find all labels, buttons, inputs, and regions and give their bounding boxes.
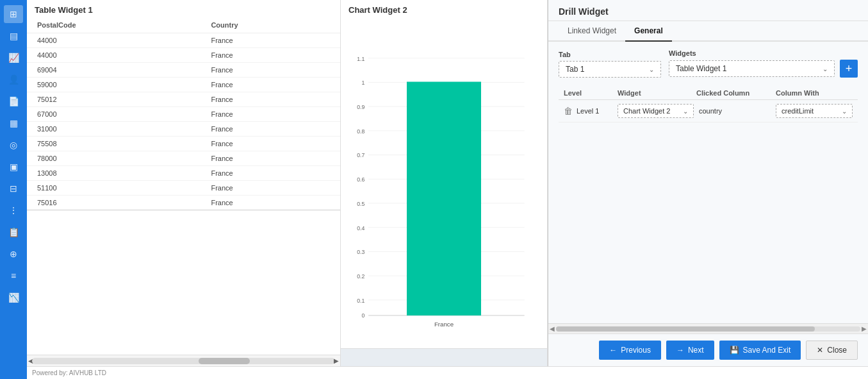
table-row: 78000France xyxy=(27,151,340,166)
scroll-left-btn[interactable]: ◀ xyxy=(550,325,555,332)
scroll-track xyxy=(32,358,335,364)
scroll-right-arrow[interactable]: ▶ xyxy=(334,357,339,364)
cell-country: France xyxy=(201,181,340,196)
table-container[interactable]: PostalCode Country 44000France44000Franc… xyxy=(27,17,340,355)
sidebar-icon-charts[interactable]: ▤ xyxy=(4,27,23,45)
save-icon: 💾 xyxy=(730,346,739,355)
save-label: Save And Exit xyxy=(743,346,791,355)
svg-text:0.7: 0.7 xyxy=(357,152,364,158)
drill-table-row: 🗑 Level 1 Chart Widget 2 ⌄ country credi… xyxy=(559,100,858,122)
chart-svg-wrapper: 1.1 1 0.9 0.8 0.7 0.6 0.5 0.4 0.3 0.2 0.… xyxy=(351,22,537,346)
sidebar-icon-analytics[interactable]: 📈 xyxy=(4,49,23,67)
table-row: 75508France xyxy=(27,137,340,151)
drill-tabs: Linked Widget General xyxy=(548,21,868,42)
cell-postal: 75012 xyxy=(27,92,201,107)
cell-postal: 31000 xyxy=(27,122,201,137)
widgets-area: Table Widget 1 PostalCode Country 44000F… xyxy=(27,0,868,366)
sidebar-icon-barchart[interactable]: 📉 xyxy=(4,289,23,307)
tab-config-group: Tab Tab 1 ⌄ xyxy=(559,51,661,78)
next-button[interactable]: → Next xyxy=(666,341,714,360)
scroll-thumb-h[interactable] xyxy=(556,326,815,332)
svg-text:0.9: 0.9 xyxy=(357,104,364,110)
cell-country: France xyxy=(201,33,340,48)
table-row: 59000France xyxy=(27,78,340,92)
sidebar-icon-monitor[interactable]: ▣ xyxy=(4,158,23,176)
cell-postal: 44000 xyxy=(27,48,201,63)
tab-general[interactable]: General xyxy=(625,21,672,42)
sidebar-icon-report[interactable]: 📋 xyxy=(4,223,23,241)
powered-by-text: Powered by: AIVHUB LTD xyxy=(32,369,106,376)
sidebar-icon-home[interactable]: ⊞ xyxy=(4,5,23,23)
scroll-track-h xyxy=(556,326,860,332)
table-row: 13008France xyxy=(27,166,340,181)
delete-row-button[interactable]: 🗑 xyxy=(564,106,573,116)
cell-country: France xyxy=(201,63,340,78)
table-row: 69004France xyxy=(27,63,340,78)
add-button[interactable]: + xyxy=(840,60,858,78)
close-button[interactable]: ✕ Close xyxy=(806,341,858,360)
cell-postal: 59000 xyxy=(27,78,201,92)
drill-widget-header: Drill Widget xyxy=(548,0,868,21)
svg-text:0.6: 0.6 xyxy=(357,176,364,183)
drill-table-header: Level Widget Clicked Column Column With xyxy=(559,87,858,100)
scroll-right-btn[interactable]: ▶ xyxy=(862,325,867,332)
table-row: 44000France xyxy=(27,48,340,63)
cell-postal: 13008 xyxy=(27,166,201,181)
widget-select[interactable]: Table Widget 1 ⌄ xyxy=(669,60,835,77)
cell-country: France xyxy=(201,166,340,181)
cell-country: France xyxy=(201,78,340,92)
chart-svg: 1.1 1 0.9 0.8 0.7 0.6 0.5 0.4 0.3 0.2 0.… xyxy=(351,22,537,346)
next-label: Next xyxy=(688,346,704,355)
cell-postal: 51100 xyxy=(27,181,201,196)
next-arrow-icon: → xyxy=(676,346,684,355)
cell-country: France xyxy=(201,107,340,122)
sidebar: ⊞ ▤ 📈 👤 📄 ▦ ◎ ▣ ⊟ ⋮ 📋 ⊕ ≡ 📉 xyxy=(0,0,27,379)
previous-label: Previous xyxy=(621,346,651,355)
data-table: PostalCode Country 44000France44000Franc… xyxy=(27,17,340,210)
chart-area: 1.1 1 0.9 0.8 0.7 0.6 0.5 0.4 0.3 0.2 0.… xyxy=(341,17,547,348)
tab-select[interactable]: Tab 1 ⌄ xyxy=(559,61,661,78)
sidebar-icon-table[interactable]: ⊟ xyxy=(4,180,23,198)
cell-postal: 78000 xyxy=(27,151,201,166)
table-scrollbar[interactable]: ◀ ▶ xyxy=(27,355,340,366)
col-colwith: Column With xyxy=(776,89,853,97)
sidebar-icon-file[interactable]: 📄 xyxy=(4,92,23,110)
save-and-exit-button[interactable]: 💾 Save And Exit xyxy=(719,341,801,360)
sidebar-icon-users[interactable]: 👤 xyxy=(4,71,23,88)
cell-country: France xyxy=(201,122,340,137)
cell-country: France xyxy=(201,137,340,151)
table-row: 67000France xyxy=(27,107,340,122)
row-clicked-column: country xyxy=(696,107,773,115)
sidebar-icon-tag[interactable]: ⊕ xyxy=(4,245,23,263)
chart-bar-france[interactable] xyxy=(407,82,481,316)
table-row: 51100France xyxy=(27,181,340,196)
cell-postal: 75016 xyxy=(27,196,201,210)
cell-postal: 67000 xyxy=(27,107,201,122)
tab-linked-widget[interactable]: Linked Widget xyxy=(559,21,625,42)
svg-text:0.1: 0.1 xyxy=(357,298,364,304)
row-widget-select[interactable]: Chart Widget 2 ⌄ xyxy=(618,104,694,118)
right-panel-scrollbar[interactable]: ◀ ▶ xyxy=(548,323,868,333)
cell-country: France xyxy=(201,151,340,166)
close-icon: ✕ xyxy=(817,346,823,355)
tab-label: Tab xyxy=(559,51,661,58)
table-row: 44000France xyxy=(27,33,340,48)
sidebar-icon-dotgrid[interactable]: ⋮ xyxy=(4,201,23,219)
svg-text:1.1: 1.1 xyxy=(357,56,364,62)
chart-widget-panel: Chart Widget 2 1.1 1 0.9 0.8 0.7 0.6 0.5… xyxy=(341,0,548,366)
widgets-label: Widgets xyxy=(669,49,858,57)
svg-text:0: 0 xyxy=(361,312,364,319)
sidebar-icon-circle[interactable]: ◎ xyxy=(4,136,23,154)
table-widget-panel: Table Widget 1 PostalCode Country 44000F… xyxy=(27,0,341,366)
config-row-tab-widget: Tab Tab 1 ⌄ Widgets Table Widget 1 ⌄ xyxy=(559,49,858,78)
scroll-thumb[interactable] xyxy=(199,358,250,364)
svg-text:0.4: 0.4 xyxy=(357,225,364,232)
svg-text:1: 1 xyxy=(361,80,364,86)
sidebar-icon-grid[interactable]: ▦ xyxy=(4,114,23,132)
sidebar-icon-layers[interactable]: ≡ xyxy=(4,267,23,285)
previous-button[interactable]: ← Previous xyxy=(599,341,661,360)
row-column-with-value: creditLimit xyxy=(782,107,814,115)
main-content: Table Widget 1 PostalCode Country 44000F… xyxy=(27,0,868,379)
row-column-with-select[interactable]: creditLimit ⌄ xyxy=(776,104,853,118)
cell-country: France xyxy=(201,92,340,107)
